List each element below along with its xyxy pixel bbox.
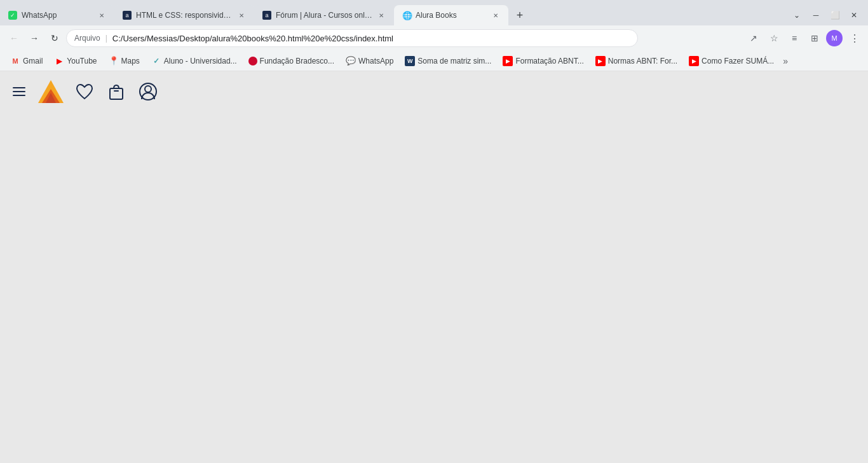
bookmark-normas[interactable]: ▶ Normas ABNT: For...: [590, 53, 682, 69]
site-logo[interactable]: [38, 80, 64, 103]
bookmark-gmail[interactable]: M Gmail: [5, 53, 48, 69]
bookmark-soma-label: Soma de matriz sim...: [417, 57, 491, 66]
window-controls: ⌄ ─ ⬜ ✕: [783, 6, 868, 24]
logo-svg: [38, 80, 64, 103]
bookmark-maps[interactable]: 📍 Maps: [104, 53, 145, 69]
tab-close-whatsapp[interactable]: ✕: [97, 10, 107, 20]
tab-title-html-css: HTML e CSS: responsividade com...: [136, 11, 233, 20]
tab-title-forum: Fórum | Alura - Cursos online de: [276, 11, 372, 20]
browser-frame: ✓ WhatsApp ✕ a HTML e CSS: responsividad…: [0, 0, 868, 71]
whatsapp-bm-icon: 💬: [346, 56, 356, 66]
alura-favicon-1: a: [123, 11, 132, 20]
forward-button[interactable]: →: [25, 29, 43, 47]
aluno-icon: ✓: [151, 56, 161, 66]
globe-favicon: 🌐: [402, 11, 411, 20]
bookmark-soma[interactable]: W Soma de matriz sim...: [400, 53, 496, 69]
bookmark-normas-label: Normas ABNT: For...: [608, 57, 677, 66]
bookmark-whatsapp-label: WhatsApp: [358, 57, 393, 66]
tab-title-alura-books: Alura Books: [416, 11, 487, 20]
hamburger-menu[interactable]: [10, 85, 28, 99]
whatsapp-favicon: ✓: [8, 11, 17, 20]
tab-favicon-forum: a: [262, 10, 272, 20]
hamburger-line-3: [13, 95, 25, 96]
tab-close-forum[interactable]: ✕: [376, 10, 386, 20]
tab-favicon-whatsapp: ✓: [8, 10, 18, 20]
tab-html-css[interactable]: a HTML e CSS: responsividade com... ✕: [114, 5, 254, 25]
alura-favicon-2: a: [262, 11, 271, 20]
tab-title-whatsapp: WhatsApp: [22, 11, 93, 20]
bookmark-formatacao[interactable]: ▶ Formatação ABNT...: [498, 53, 588, 69]
url-bar[interactable]: Arquivo | C:/Users/Messias/Desktop/alura…: [66, 29, 638, 47]
back-button[interactable]: ←: [5, 29, 23, 47]
bradesco-icon: [248, 57, 257, 66]
bookmark-como-fazer[interactable]: ▶ Como Fazer SUMÁ...: [684, 53, 779, 69]
hamburger-line-1: [13, 87, 25, 88]
profile-avatar[interactable]: M: [826, 30, 843, 46]
bookmark-youtube[interactable]: ▶ YouTube: [49, 53, 102, 69]
bag-svg: [108, 83, 125, 100]
split-view-icon[interactable]: ⊞: [806, 29, 824, 47]
bookmark-formatacao-label: Formatação ABNT...: [515, 57, 583, 66]
bookmark-whatsapp[interactable]: 💬 WhatsApp: [341, 53, 398, 69]
svg-rect-4: [114, 90, 119, 92]
bookmark-maps-label: Maps: [121, 57, 140, 66]
user-svg: [139, 83, 157, 100]
share-icon[interactable]: ↗: [745, 29, 763, 47]
soma-icon: W: [405, 56, 415, 66]
svg-point-5: [145, 86, 151, 92]
youtube-icon: ▶: [54, 56, 64, 66]
address-type-label: Arquivo: [74, 34, 100, 43]
tab-alura-books[interactable]: 🌐 Alura Books ✕: [394, 5, 508, 25]
new-tab-button[interactable]: +: [511, 6, 529, 24]
heart-svg: [76, 83, 93, 100]
bookmark-youtube-label: YouTube: [67, 57, 97, 66]
tab-favicon-html-css: a: [122, 10, 132, 20]
tab-whatsapp[interactable]: ✓ WhatsApp ✕: [0, 5, 114, 25]
maximize-button[interactable]: ⬜: [826, 6, 844, 24]
bookmark-aluno[interactable]: ✓ Aluno - Universidad...: [146, 53, 242, 69]
tab-favicon-alura-books: 🌐: [402, 10, 412, 20]
svg-rect-3: [110, 88, 123, 99]
reading-list-icon[interactable]: ≡: [785, 29, 803, 47]
tab-forum[interactable]: a Fórum | Alura - Cursos online de ✕: [254, 5, 394, 25]
page-content: [0, 71, 868, 463]
bookmark-como-fazer-label: Como Fazer SUMÁ...: [702, 57, 774, 66]
cart-button[interactable]: [105, 81, 127, 102]
url-text: C:/Users/Messias/Desktop/alura%20books%2…: [112, 34, 630, 43]
como-fazer-icon: ▶: [689, 56, 699, 66]
tab-search-button[interactable]: ⌄: [788, 6, 806, 24]
close-button[interactable]: ✕: [845, 6, 863, 24]
chrome-menu-icon[interactable]: ⋮: [845, 29, 863, 47]
address-bar-actions: ↗ ☆ ≡ ⊞ M ⋮: [745, 29, 863, 47]
gmail-icon: M: [10, 56, 20, 66]
bookmark-bradesco[interactable]: Fundação Bradesco...: [243, 53, 339, 69]
bookmarks-bar: M Gmail ▶ YouTube 📍 Maps ✓ Aluno - Unive…: [0, 51, 868, 71]
address-bar: ← → ↻ Arquivo | C:/Users/Messias/Desktop…: [0, 25, 868, 51]
tab-bar: ✓ WhatsApp ✕ a HTML e CSS: responsividad…: [0, 0, 868, 25]
tab-close-alura-books[interactable]: ✕: [491, 10, 501, 20]
url-separator: |: [105, 34, 107, 43]
favorites-button[interactable]: [74, 81, 95, 102]
tab-close-html-css[interactable]: ✕: [236, 10, 247, 20]
maps-icon: 📍: [109, 56, 119, 66]
reload-button[interactable]: ↻: [46, 29, 64, 47]
minimize-button[interactable]: ─: [807, 6, 825, 24]
bookmark-star-icon[interactable]: ☆: [765, 29, 783, 47]
bookmark-gmail-label: Gmail: [23, 57, 43, 66]
normas-icon: ▶: [595, 56, 606, 66]
bookmark-aluno-label: Aluno - Universidad...: [164, 57, 237, 66]
account-button[interactable]: [137, 81, 159, 102]
formatacao-icon: ▶: [503, 56, 513, 66]
bookmark-bradesco-label: Fundação Bradesco...: [260, 57, 334, 66]
site-header: [10, 80, 159, 103]
avatar-initial: M: [831, 34, 837, 42]
bookmarks-more-button[interactable]: »: [780, 55, 790, 67]
hamburger-line-2: [13, 91, 25, 92]
